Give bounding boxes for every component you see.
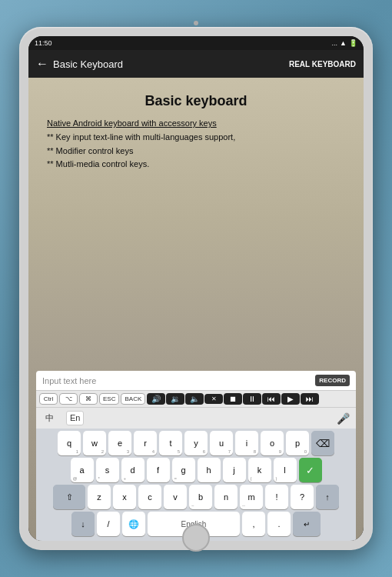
media-controls: 🔊 🔉 🔈 ✕ ⏹ ⏸ ⏮ ▶ ⏭ xyxy=(147,393,319,405)
key-comma[interactable]: , xyxy=(242,512,265,536)
key-n[interactable]: n xyxy=(214,485,238,509)
tablet: 11:50 ... ▲ 🔋 ← Basic Keyboard REAL KEYB… xyxy=(19,27,373,550)
record-button[interactable]: RECORD xyxy=(315,375,350,386)
bullet-3: ** Mutli-media control keys. xyxy=(47,158,345,172)
tablet-screen: 11:50 ... ▲ 🔋 ← Basic Keyboard REAL KEYB… xyxy=(28,36,364,541)
key-x[interactable]: x xyxy=(113,485,136,509)
key-o[interactable]: o9 xyxy=(261,431,284,455)
status-time: 11:50 xyxy=(35,39,52,47)
key-k[interactable]: k( xyxy=(248,458,271,482)
key-b[interactable]: b~ xyxy=(189,485,212,509)
key-shift[interactable]: ⇧ xyxy=(53,485,85,509)
key-c[interactable]: c xyxy=(138,485,161,509)
key-e[interactable]: e3 xyxy=(108,431,131,455)
cmd-key[interactable]: ⌘ xyxy=(79,393,98,405)
ctrl-key[interactable]: Ctrl xyxy=(39,393,58,405)
key-m[interactable]: m-- xyxy=(240,485,263,509)
key-slash[interactable]: / xyxy=(97,512,120,536)
home-button[interactable] xyxy=(182,524,210,552)
vol-down-key[interactable]: 🔈 xyxy=(185,393,204,405)
input-placeholder[interactable]: Input text here xyxy=(42,376,96,385)
esc-key[interactable]: ESC xyxy=(99,393,119,405)
key-j[interactable]: j xyxy=(223,458,246,482)
camera-dot xyxy=(194,21,198,25)
key-u[interactable]: u7 xyxy=(210,431,233,455)
key-v[interactable]: v xyxy=(164,485,187,509)
vol-up-key[interactable]: 🔊 xyxy=(147,393,165,405)
key-row-3: ⇧ z x c v b~ n m-- ! ? ↑ xyxy=(39,485,353,509)
lang-english[interactable]: En xyxy=(66,411,84,425)
stop-key[interactable]: ⏹ xyxy=(224,393,242,405)
status-icons: ... ▲ 🔋 xyxy=(332,39,357,47)
lang-chinese[interactable]: 中 xyxy=(42,411,57,425)
key-t[interactable]: t5 xyxy=(159,431,182,455)
accessory-key-row: Ctrl ⌥ ⌘ ESC BACK 🔊 🔉 🔈 ✕ ⏹ ⏸ ⏮ ▶ ⏭ xyxy=(36,391,356,408)
key-y[interactable]: y6 xyxy=(184,431,208,455)
back-key[interactable]: BACK xyxy=(121,393,145,405)
key-s[interactable]: s* xyxy=(96,458,119,482)
page-title: Basic keyboard xyxy=(47,93,345,109)
key-i[interactable]: i8 xyxy=(235,431,258,455)
key-r[interactable]: r4 xyxy=(134,431,157,455)
alt-key[interactable]: ⌥ xyxy=(59,393,78,405)
next-key[interactable]: ⏭ xyxy=(301,393,319,405)
content-area: Basic keyboard Native Android keyboard w… xyxy=(28,78,364,541)
key-delete[interactable]: ⌫ xyxy=(311,431,334,455)
key-z[interactable]: z xyxy=(88,485,111,509)
content-card: Basic keyboard Native Android keyboard w… xyxy=(36,85,356,363)
section-link[interactable]: Native Android keyboard with accessory k… xyxy=(47,118,345,128)
key-quest[interactable]: ? xyxy=(291,485,314,509)
wifi-icon: ▲ xyxy=(340,39,347,47)
key-p[interactable]: p0 xyxy=(286,431,309,455)
key-row-2: a@ s* d+ f g= h j k( l) ✓ xyxy=(39,458,353,482)
app-bar-left: ← Basic Keyboard xyxy=(36,57,123,71)
lang-options: 中 En xyxy=(42,411,84,425)
key-enter[interactable]: ✓ xyxy=(299,458,322,482)
vol-mid-key[interactable]: 🔉 xyxy=(166,393,184,405)
battery-icon: 🔋 xyxy=(349,39,357,47)
key-row-1: q1 w2 e3 r4 t5 y6 u7 i8 o9 p0 ⌫ xyxy=(39,431,353,455)
status-bar: 11:50 ... ▲ 🔋 xyxy=(28,36,364,50)
key-w[interactable]: w2 xyxy=(83,431,106,455)
bullet-2: ** Modifier control keys xyxy=(47,145,345,158)
key-a[interactable]: a@ xyxy=(71,458,94,482)
vol-mute-key[interactable]: ✕ xyxy=(204,394,223,404)
key-globe[interactable]: 🌐 xyxy=(122,512,145,536)
key-q[interactable]: q1 xyxy=(58,431,81,455)
bullet-1: ** Key input text-line with multi-langua… xyxy=(47,131,345,145)
input-row: Input text here RECORD xyxy=(36,371,356,391)
pause-key[interactable]: ⏸ xyxy=(243,393,261,405)
key-l[interactable]: l) xyxy=(274,458,297,482)
key-g[interactable]: g= xyxy=(172,458,195,482)
key-excl[interactable]: ! xyxy=(265,485,288,509)
key-return[interactable]: ↵ xyxy=(293,512,321,536)
key-h[interactable]: h xyxy=(198,458,221,482)
key-d[interactable]: d+ xyxy=(121,458,145,482)
mic-icon[interactable]: 🎤 xyxy=(337,412,350,425)
real-keyboard-button[interactable]: REAL KEYBOARD xyxy=(289,60,356,68)
key-period[interactable]: . xyxy=(267,512,291,536)
signal-icon: ... xyxy=(332,39,338,47)
key-up-arrow[interactable]: ↑ xyxy=(316,485,339,509)
prev-key[interactable]: ⏮ xyxy=(262,393,281,405)
language-row: 中 En 🎤 xyxy=(36,408,356,429)
play-key[interactable]: ▶ xyxy=(281,393,300,405)
key-down-arrow[interactable]: ↓ xyxy=(71,512,95,536)
app-bar: ← Basic Keyboard REAL KEYBOARD xyxy=(28,50,364,78)
back-button[interactable]: ← xyxy=(36,57,48,71)
app-title: Basic Keyboard xyxy=(53,58,123,70)
key-f[interactable]: f xyxy=(147,458,170,482)
